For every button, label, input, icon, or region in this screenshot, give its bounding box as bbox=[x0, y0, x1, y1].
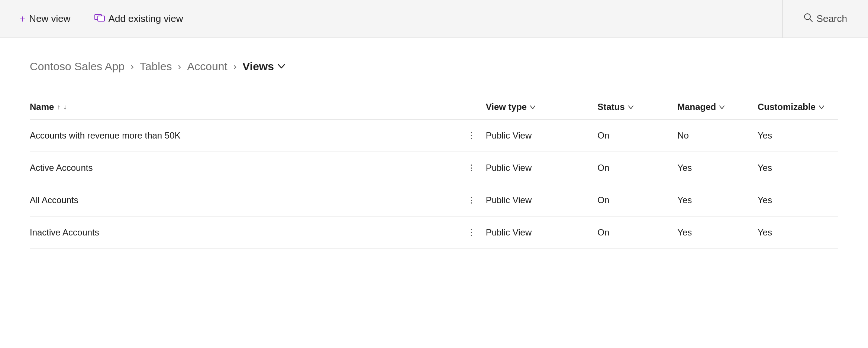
cell-viewtype-2: Public View bbox=[486, 184, 598, 217]
cell-status-1: On bbox=[597, 152, 677, 184]
new-view-button[interactable]: + New view bbox=[15, 10, 75, 28]
table-header-row: Name ↑ ↓ View type bbox=[30, 95, 838, 119]
col-managed-chevron bbox=[719, 103, 725, 111]
col-name-label: Name bbox=[30, 102, 54, 112]
col-header-viewtype: View type bbox=[486, 95, 598, 119]
sort-up-icon: ↑ bbox=[57, 103, 60, 111]
cell-managed-2: Yes bbox=[677, 184, 758, 217]
cell-customizable-2: Yes bbox=[758, 184, 838, 217]
toolbar-left: + New view Add existing view bbox=[15, 10, 188, 28]
cell-managed-0: No bbox=[677, 119, 758, 152]
svg-rect-1 bbox=[98, 16, 104, 21]
cell-menu-0: ⋮ bbox=[464, 119, 486, 152]
table-row: All Accounts ⋮ Public View On Yes Yes bbox=[30, 184, 838, 217]
cell-menu-1: ⋮ bbox=[464, 152, 486, 184]
col-header-status: Status bbox=[597, 95, 677, 119]
table-row: Accounts with revenue more than 50K ⋮ Pu… bbox=[30, 119, 838, 152]
row-menu-button-2[interactable]: ⋮ bbox=[464, 194, 478, 206]
add-existing-view-button[interactable]: Add existing view bbox=[90, 10, 188, 27]
cell-viewtype-1: Public View bbox=[486, 152, 598, 184]
col-customizable-label: Customizable bbox=[758, 102, 816, 112]
add-view-icon bbox=[94, 13, 105, 25]
plus-icon: + bbox=[19, 13, 25, 25]
col-header-viewtype-inner[interactable]: View type bbox=[486, 102, 590, 112]
cell-status-0: On bbox=[597, 119, 677, 152]
cell-managed-3: Yes bbox=[677, 217, 758, 249]
col-managed-label: Managed bbox=[677, 102, 716, 112]
search-area[interactable]: Search bbox=[797, 10, 853, 28]
data-table: Name ↑ ↓ View type bbox=[30, 95, 838, 249]
col-status-label: Status bbox=[597, 102, 625, 112]
col-header-name: Name ↑ ↓ bbox=[30, 95, 464, 119]
col-header-managed: Managed bbox=[677, 95, 758, 119]
svg-line-3 bbox=[810, 19, 812, 22]
col-viewtype-label: View type bbox=[486, 102, 527, 112]
search-icon bbox=[803, 13, 813, 25]
col-viewtype-chevron bbox=[530, 103, 536, 111]
row-menu-button-0[interactable]: ⋮ bbox=[464, 129, 478, 142]
cell-managed-1: Yes bbox=[677, 152, 758, 184]
breadcrumb-sep-1: › bbox=[130, 61, 134, 72]
cell-viewtype-3: Public View bbox=[486, 217, 598, 249]
toolbar-right: Search bbox=[782, 0, 853, 38]
cell-name-3: Inactive Accounts bbox=[30, 217, 464, 249]
new-view-label: New view bbox=[29, 13, 70, 25]
cell-name-1: Active Accounts bbox=[30, 152, 464, 184]
breadcrumb-current[interactable]: Views bbox=[242, 60, 285, 73]
toolbar: + New view Add existing view Search bbox=[0, 0, 868, 38]
add-existing-view-label: Add existing view bbox=[109, 13, 183, 25]
breadcrumb-tables[interactable]: Tables bbox=[140, 60, 172, 73]
breadcrumb-sep-2: › bbox=[178, 61, 181, 72]
breadcrumb-sep-3: › bbox=[233, 61, 237, 72]
cell-viewtype-0: Public View bbox=[486, 119, 598, 152]
table-row: Inactive Accounts ⋮ Public View On Yes Y… bbox=[30, 217, 838, 249]
cell-customizable-3: Yes bbox=[758, 217, 838, 249]
cell-status-3: On bbox=[597, 217, 677, 249]
main-content: Contoso Sales App › Tables › Account › V… bbox=[0, 38, 868, 348]
col-header-managed-inner[interactable]: Managed bbox=[677, 102, 750, 112]
row-menu-button-3[interactable]: ⋮ bbox=[464, 226, 478, 239]
col-header-name-inner[interactable]: Name ↑ ↓ bbox=[30, 102, 457, 112]
breadcrumb: Contoso Sales App › Tables › Account › V… bbox=[30, 60, 838, 73]
col-header-menu bbox=[464, 95, 486, 119]
cell-menu-3: ⋮ bbox=[464, 217, 486, 249]
col-customizable-chevron bbox=[819, 103, 825, 111]
search-label: Search bbox=[817, 13, 847, 25]
breadcrumb-dropdown-icon bbox=[278, 62, 285, 71]
breadcrumb-account[interactable]: Account bbox=[187, 60, 227, 73]
col-status-chevron bbox=[628, 103, 634, 111]
breadcrumb-app[interactable]: Contoso Sales App bbox=[30, 60, 125, 73]
sort-down-icon: ↓ bbox=[63, 103, 67, 111]
col-header-status-inner[interactable]: Status bbox=[597, 102, 670, 112]
breadcrumb-current-label: Views bbox=[242, 60, 274, 73]
row-menu-button-1[interactable]: ⋮ bbox=[464, 162, 478, 174]
table-row: Active Accounts ⋮ Public View On Yes Yes bbox=[30, 152, 838, 184]
col-header-customizable-inner[interactable]: Customizable bbox=[758, 102, 831, 112]
cell-status-2: On bbox=[597, 184, 677, 217]
cell-name-0: Accounts with revenue more than 50K bbox=[30, 119, 464, 152]
cell-customizable-1: Yes bbox=[758, 152, 838, 184]
cell-customizable-0: Yes bbox=[758, 119, 838, 152]
cell-name-2: All Accounts bbox=[30, 184, 464, 217]
cell-menu-2: ⋮ bbox=[464, 184, 486, 217]
col-header-customizable: Customizable bbox=[758, 95, 838, 119]
